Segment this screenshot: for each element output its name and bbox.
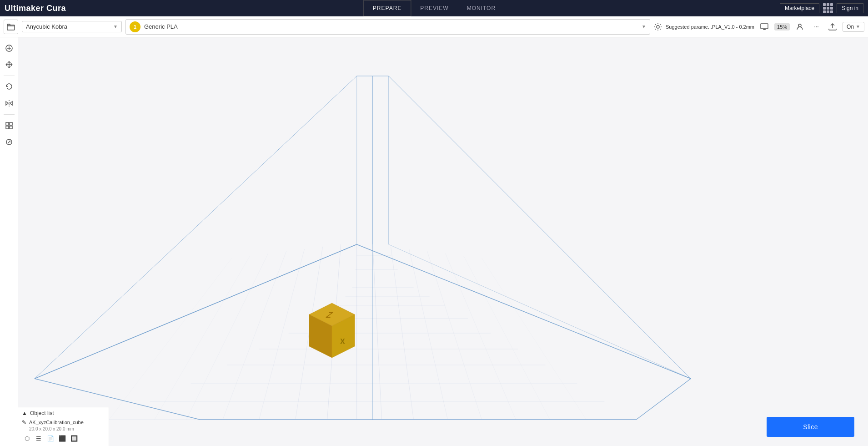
profile-label: Suggested parame...PLA_V1.0 - 0.2mm <box>666 24 754 30</box>
svg-rect-11 <box>10 122 12 125</box>
tab-prepare[interactable]: PREPARE <box>363 0 411 16</box>
on-toggle-chevron: ▼ <box>856 24 860 29</box>
printer-dropdown[interactable]: Anycubic Kobra ▼ <box>22 21 122 32</box>
app-logo: Ultimaker Cura <box>5 4 66 13</box>
svg-line-29 <box>409 249 448 420</box>
svg-text:X: X <box>340 338 345 345</box>
svg-marker-9 <box>10 101 12 105</box>
open-folder-button[interactable] <box>4 20 18 34</box>
arrange-tool[interactable] <box>2 118 16 133</box>
material-badge: 1 <box>130 21 140 32</box>
toolbar-right: Suggested parame...PLA_V1.0 - 0.2mm 15% … <box>654 20 864 33</box>
account-icon[interactable] <box>793 20 806 33</box>
svg-line-32 <box>186 253 268 420</box>
object-bottom-icons: ⬡ ☰ 📄 ⬛ 🔲 <box>22 431 105 443</box>
move-tool[interactable] <box>2 57 16 72</box>
open-file-tool[interactable] <box>2 41 16 56</box>
file-icon[interactable]: 📄 <box>45 433 55 443</box>
layers-icon[interactable]: ⬛ <box>57 433 67 443</box>
signin-button[interactable]: Sign in <box>837 3 863 13</box>
svg-line-28 <box>259 249 305 420</box>
shape-icon[interactable]: ⬡ <box>22 433 32 443</box>
svg-rect-10 <box>6 122 9 125</box>
list-icon[interactable]: ☰ <box>34 433 44 443</box>
support-tool[interactable] <box>2 135 16 149</box>
app-title-normal: Ultimaker <box>5 4 44 13</box>
cube-svg: Z X <box>305 299 359 362</box>
on-toggle[interactable]: On ▼ <box>843 22 864 32</box>
settings2-icon[interactable]: 🔲 <box>69 433 79 443</box>
object-size: 20.0 x 20.0 x 20.0 mm <box>22 426 105 431</box>
undo-tool[interactable] <box>2 80 16 94</box>
tab-preview[interactable]: PREVIEW <box>411 0 457 16</box>
svg-line-36 <box>109 258 232 420</box>
profile-settings-button[interactable] <box>654 23 662 31</box>
nav-tabs: PREPARE PREVIEW MONITOR <box>363 0 505 16</box>
left-toolbar <box>0 37 18 446</box>
3d-viewport[interactable]: Z X <box>18 37 868 446</box>
tab-monitor[interactable]: MONITOR <box>458 0 505 16</box>
nav-right: Marketplace Sign in <box>780 3 863 13</box>
svg-line-35 <box>463 256 550 420</box>
svg-line-31 <box>427 251 482 420</box>
object-list-panel: ▲ Object list ✎ AK_xyzCalibration_cube 2… <box>18 407 109 446</box>
navbar: Ultimaker Cura PREPARE PREVIEW MONITOR M… <box>0 0 868 16</box>
slice-button[interactable]: Slice <box>767 417 854 437</box>
svg-point-1 <box>657 25 659 28</box>
printer-name: Anycubic Kobra <box>26 23 67 30</box>
svg-line-19 <box>357 244 691 379</box>
svg-marker-8 <box>6 101 8 105</box>
svg-line-21 <box>636 379 691 420</box>
on-toggle-label: On <box>847 24 854 30</box>
svg-line-24 <box>373 244 382 420</box>
monitor-icon[interactable] <box>758 20 771 33</box>
svg-line-33 <box>445 253 516 420</box>
svg-line-34 <box>155 256 250 420</box>
upload-icon[interactable] <box>826 20 839 33</box>
object-list-label: Object list <box>30 410 54 416</box>
svg-rect-12 <box>6 126 9 129</box>
printer-dropdown-chevron: ▼ <box>113 24 118 29</box>
svg-rect-2 <box>761 24 768 29</box>
edit-pencil-icon[interactable]: ✎ <box>22 419 26 426</box>
collapse-icon: ▲ <box>22 410 27 416</box>
more-options-icon[interactable]: ··· <box>810 20 823 33</box>
marketplace-button[interactable]: Marketplace <box>780 3 819 13</box>
support-percent-badge: 15% <box>774 23 790 30</box>
tool-divider-2 <box>4 114 15 115</box>
3d-model-cube[interactable]: Z X <box>305 299 359 364</box>
material-dropdown-chevron: ▼ <box>642 24 646 29</box>
svg-line-37 <box>482 258 586 420</box>
object-name: AK_xyzCalibration_cube <box>29 420 84 425</box>
app-title-bold: Cura <box>46 4 66 13</box>
svg-line-30 <box>223 251 286 420</box>
svg-rect-13 <box>10 126 12 129</box>
object-list-header[interactable]: ▲ Object list <box>22 410 105 416</box>
svg-point-3 <box>798 24 801 27</box>
apps-grid-icon[interactable] <box>823 3 833 13</box>
material-section[interactable]: 1 Generic PLA ▼ <box>125 19 650 35</box>
tool-divider-1 <box>4 76 15 76</box>
main-area: Z X <box>0 37 868 446</box>
viewport-svg <box>18 37 868 446</box>
material-name: Generic PLA <box>144 23 178 30</box>
mirror-tool[interactable] <box>2 96 16 111</box>
object-list-item: ✎ AK_xyzCalibration_cube <box>22 418 105 426</box>
toolbar: Anycubic Kobra ▼ 1 Generic PLA ▼ Suggest… <box>0 16 868 37</box>
